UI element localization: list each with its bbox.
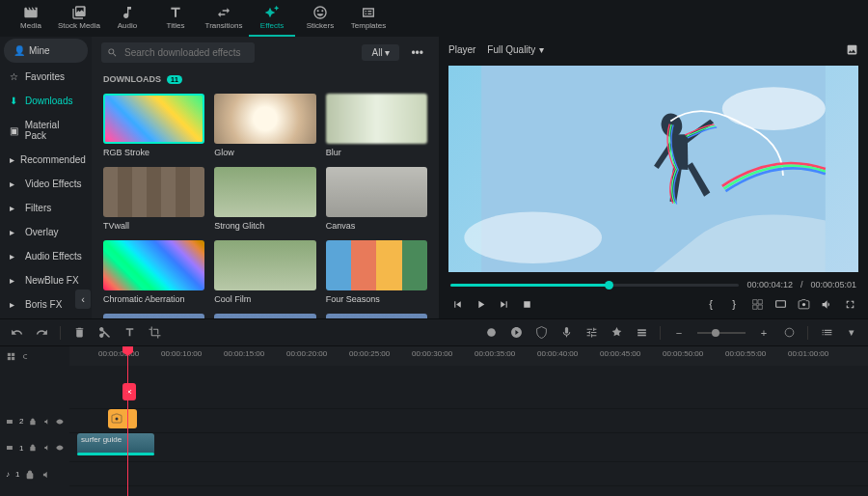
render-button[interactable] xyxy=(509,326,523,340)
lock-icon[interactable] xyxy=(29,417,37,427)
effect-clip[interactable] xyxy=(108,409,137,428)
effect-thumb-more[interactable] xyxy=(326,314,427,318)
track-label: 1 xyxy=(19,444,23,453)
mute-icon[interactable] xyxy=(42,417,50,427)
effect-thumb-tvwall[interactable]: TVwall xyxy=(103,167,204,231)
player-title: Player xyxy=(448,44,475,55)
sidebar-audio-effects[interactable]: ▸Audio Effects xyxy=(0,244,92,268)
tab-transitions[interactable]: Transitions xyxy=(201,0,247,37)
svg-point-6 xyxy=(487,328,496,337)
grid-button[interactable] xyxy=(750,297,764,311)
keyframe-button[interactable] xyxy=(610,326,623,340)
tab-templates[interactable]: Templates xyxy=(345,0,392,37)
search-input[interactable] xyxy=(101,42,255,63)
timeline-ruler[interactable]: 00:00:05:0000:00:10:0000:00:15:0000:00:2… xyxy=(69,346,868,366)
stop-button[interactable] xyxy=(520,297,533,311)
ruler-tick: 00:00:30:00 xyxy=(412,349,452,358)
adjust-button[interactable] xyxy=(584,326,598,340)
zoom-fit-button[interactable] xyxy=(782,326,796,340)
time-separator: / xyxy=(800,280,803,289)
sidebar-filters[interactable]: ▸Filters xyxy=(0,196,92,220)
mark-out-button[interactable]: } xyxy=(727,297,741,311)
svg-rect-8 xyxy=(637,332,646,334)
zoom-slider[interactable] xyxy=(697,332,746,334)
playhead[interactable] xyxy=(127,346,128,496)
quality-dropdown[interactable]: Full Quality ▾ xyxy=(487,44,544,55)
tab-audio[interactable]: Audio xyxy=(104,0,150,37)
svg-point-10 xyxy=(785,328,794,337)
ruler-tick: 00:01:00:00 xyxy=(788,349,828,358)
tab-effects[interactable]: Effects xyxy=(249,0,295,37)
tab-stickers[interactable]: Stickers xyxy=(297,0,343,37)
lock-icon[interactable] xyxy=(29,443,37,453)
current-time: 00:00:04:12 xyxy=(746,280,793,289)
link-tracks-icon[interactable] xyxy=(22,351,33,362)
sidebar-video-effects[interactable]: ▸Video Effects xyxy=(0,172,92,196)
tab-stock-media[interactable]: Stock Media xyxy=(56,0,102,37)
effect-thumb-canvas[interactable]: Canvas xyxy=(326,167,427,231)
effect-thumb-rgb-stroke[interactable]: RGB Stroke xyxy=(103,94,204,157)
effect-thumb-strong-glitch[interactable]: Strong Glitch xyxy=(214,167,315,231)
zoom-in-button[interactable]: + xyxy=(757,326,771,340)
sidebar-overlay[interactable]: ▸Overlay xyxy=(0,220,92,244)
ruler-tick: 00:00:25:00 xyxy=(349,349,390,358)
track-button[interactable] xyxy=(635,326,648,340)
tab-titles[interactable]: Titles xyxy=(152,0,199,37)
svg-rect-14 xyxy=(12,356,14,359)
effect-thumb-cool-film[interactable]: Cool Film xyxy=(214,240,315,304)
crop-button[interactable] xyxy=(148,326,161,340)
video-preview[interactable] xyxy=(448,66,858,272)
undo-button[interactable] xyxy=(10,326,23,340)
svg-rect-16 xyxy=(7,446,13,450)
effect-thumb-more[interactable] xyxy=(214,314,315,318)
effect-thumb-blur[interactable]: Blur xyxy=(326,94,427,157)
video-clip[interactable]: surfer guide xyxy=(77,433,154,455)
settings-view-button[interactable]: ▾ xyxy=(845,326,858,340)
redo-button[interactable] xyxy=(35,326,48,340)
play-button[interactable] xyxy=(474,297,487,311)
delete-button[interactable] xyxy=(72,326,86,340)
next-frame-button[interactable] xyxy=(497,297,510,311)
effect-thumb-four-seasons[interactable]: Four Seasons xyxy=(326,240,427,304)
voiceover-button[interactable] xyxy=(559,326,573,340)
progress-bar[interactable] xyxy=(450,284,739,287)
sidebar-recommended[interactable]: ▸Recommended xyxy=(0,148,92,172)
mixer-button[interactable] xyxy=(484,326,498,340)
track-label: 1 xyxy=(15,470,19,479)
volume-button[interactable] xyxy=(820,297,833,311)
mute-icon[interactable] xyxy=(42,443,50,453)
sidebar-mine[interactable]: 👤Mine xyxy=(4,39,88,63)
lock-tracks-icon[interactable] xyxy=(6,351,16,362)
effect-thumb-chromatic-aberration[interactable]: Chromatic Aberration xyxy=(103,240,204,304)
ruler-tick: 00:00:10:00 xyxy=(161,349,202,358)
filter-dropdown[interactable]: All ▾ xyxy=(362,44,399,61)
capture-button[interactable] xyxy=(797,297,810,311)
text-button[interactable] xyxy=(122,326,136,340)
search-icon xyxy=(107,47,118,58)
fullscreen-button[interactable] xyxy=(843,297,856,311)
sidebar-downloads[interactable]: ⬇Downloads xyxy=(0,89,92,113)
mute-icon[interactable] xyxy=(41,470,50,480)
sidebar-favorites[interactable]: ☆Favorites xyxy=(0,65,92,89)
sidebar-material-pack[interactable]: ▣Material Pack xyxy=(0,113,92,148)
snapshot-button[interactable] xyxy=(845,42,858,56)
audio-waveform[interactable] xyxy=(77,453,154,455)
marker-button[interactable] xyxy=(534,326,548,340)
mark-in-button[interactable]: { xyxy=(704,297,718,311)
svg-rect-11 xyxy=(8,352,11,355)
tab-media[interactable]: Media xyxy=(8,0,54,37)
effect-thumb-glow[interactable]: Glow xyxy=(214,94,315,157)
display-button[interactable] xyxy=(773,297,787,311)
split-button[interactable] xyxy=(97,326,111,340)
collapse-sidebar-button[interactable]: ‹ xyxy=(75,289,91,309)
visibility-icon[interactable] xyxy=(56,443,64,453)
effect-thumb-more[interactable] xyxy=(103,314,204,318)
track-type-icon xyxy=(6,443,14,453)
zoom-out-button[interactable]: − xyxy=(672,326,686,340)
svg-rect-15 xyxy=(7,420,13,424)
more-options-button[interactable]: ••• xyxy=(405,44,429,62)
list-view-button[interactable] xyxy=(820,326,833,340)
prev-frame-button[interactable] xyxy=(450,297,464,311)
visibility-icon[interactable] xyxy=(56,417,64,427)
lock-icon[interactable] xyxy=(25,470,35,480)
